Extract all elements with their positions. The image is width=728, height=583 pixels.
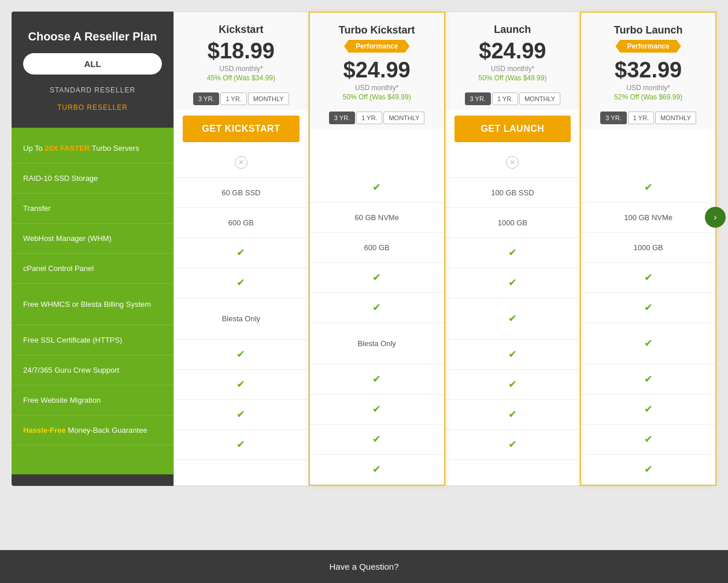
get-launch-button[interactable]: GET LAUNCH <box>454 116 571 142</box>
plan-turbo-kickstart-features: ✔ 60 GB NVMe 600 GB ✔ ✔ Blesta Only <box>310 173 444 485</box>
turbo-launch-guarantee: ✔ <box>581 455 715 485</box>
turbo-kickstart-support: ✔ <box>310 395 444 425</box>
feature-ssl: Free SSL Certificate (HTTPS) <box>12 325 173 355</box>
kickstart-whm: ✔ <box>174 238 308 268</box>
kickstart-migration: ✔ <box>174 400 308 430</box>
feature-guarantee-suffix: Money-Back Guarantee <box>68 426 147 435</box>
feature-transfer: Transfer <box>12 194 173 224</box>
check-icon: ✔ <box>644 433 653 445</box>
billing-tab-1yr-launch[interactable]: 1 YR. <box>492 92 518 105</box>
turbo-launch-transfer: 1000 GB <box>581 233 715 263</box>
plan-kickstart-features: ✕ 60 GB SSD 600 GB ✔ ✔ Blesta Only <box>174 148 308 485</box>
kickstart-storage: 60 GB SSD <box>174 178 308 208</box>
launch-billing: ✔ <box>446 298 580 340</box>
plan-turbo-launch-billing-tabs: 3 YR. 1 YR. MONTHLY <box>581 107 715 129</box>
performance-badge-turbo-launch: Performance <box>615 40 681 53</box>
turbo-kickstart-storage: 60 GB NVMe <box>310 203 444 233</box>
billing-tab-3yr-kickstart[interactable]: 3 YR. <box>193 92 219 105</box>
turbo-launch-migration: ✔ <box>581 425 715 455</box>
plan-kickstart-discount: 45% Off (Was $34.99) <box>180 74 302 82</box>
plan-kickstart-billing-tabs: 3 YR. 1 YR. MONTHLY <box>174 88 308 110</box>
billing-tab-1yr-turbo-kickstart[interactable]: 1 YR. <box>356 112 382 124</box>
turbo-kickstart-cpanel: ✔ <box>310 293 444 323</box>
plan-turbo-launch-header: Turbo Launch Performance $32.99 USD mont… <box>581 13 715 107</box>
billing-tab-monthly-turbo-launch[interactable]: MONTHLY <box>655 112 696 124</box>
turbo-kickstart-billing: Blesta Only <box>310 323 444 365</box>
turbo-launch-turbo: ✔ <box>581 173 715 203</box>
check-icon: ✔ <box>372 271 381 284</box>
x-icon: ✕ <box>235 156 247 169</box>
feature-turbo-highlight: 20X FASTER <box>45 144 90 153</box>
plan-turbo-launch-features: ✔ 100 GB NVMe › 1000 GB ✔ ✔ ✔ <box>581 173 715 485</box>
pricing-table: Choose A Reseller Plan ALL STANDARD RESE… <box>12 12 716 486</box>
get-kickstart-button[interactable]: GET KICKSTART <box>183 116 300 142</box>
kickstart-transfer: 600 GB <box>174 208 308 238</box>
billing-tab-3yr-turbo-kickstart[interactable]: 3 YR. <box>329 112 355 124</box>
feature-whm: WebHost Manager (WHM) <box>12 224 173 254</box>
plan-turbo-kickstart-name: Turbo Kickstart <box>316 24 438 36</box>
kickstart-billing: Blesta Only <box>174 298 308 340</box>
plan-launch: Launch $24.99 USD monthly* 50% Off (Was … <box>445 12 581 486</box>
turbo-launch-cpanel: ✔ <box>581 293 715 323</box>
plan-launch-header: Launch $24.99 USD monthly* 50% Off (Was … <box>446 12 580 88</box>
billing-tab-1yr-turbo-launch[interactable]: 1 YR. <box>628 112 654 124</box>
footer-text: Have a Question? <box>329 562 398 571</box>
billing-tab-3yr-turbo-launch[interactable]: 3 YR. <box>600 112 626 124</box>
launch-whm: ✔ <box>446 238 580 268</box>
plan-kickstart-name: Kickstart <box>180 24 302 36</box>
sidebar: Choose A Reseller Plan ALL STANDARD RESE… <box>12 12 173 486</box>
filter-all-button[interactable]: ALL <box>23 53 162 75</box>
billing-tab-1yr-kickstart[interactable]: 1 YR. <box>220 92 246 105</box>
launch-storage: 100 GB SSD <box>446 178 580 208</box>
check-icon: ✔ <box>236 438 245 451</box>
launch-transfer: 1000 GB <box>446 208 580 238</box>
turbo-kickstart-guarantee: ✔ <box>310 455 444 485</box>
check-icon: ✔ <box>508 312 517 325</box>
next-arrow-button[interactable]: › <box>705 207 726 228</box>
check-icon: ✔ <box>508 348 517 361</box>
check-icon: ✔ <box>236 276 245 289</box>
filter-standard-link[interactable]: STANDARD RESELLER <box>23 81 162 99</box>
plan-kickstart-period: USD monthly* <box>180 65 302 73</box>
plan-turbo-launch-period: USD monthly* <box>587 84 709 92</box>
sidebar-title: Choose A Reseller Plan <box>23 29 162 44</box>
x-icon: ✕ <box>506 156 519 169</box>
filter-turbo-link[interactable]: TURBO RESELLER <box>23 99 162 116</box>
check-icon: ✔ <box>372 301 381 314</box>
launch-support: ✔ <box>446 370 580 400</box>
check-icon: ✔ <box>236 246 245 259</box>
feature-storage: RAID-10 SSD Storage <box>12 164 173 194</box>
feature-billing: Free WHMCS or Blesta Billing System <box>12 284 173 325</box>
check-icon: ✔ <box>372 403 381 415</box>
feature-turbo-prefix: Up To <box>23 144 45 153</box>
feature-turbo-suffix: Turbo Servers <box>90 144 139 153</box>
check-icon: ✔ <box>508 246 517 259</box>
check-icon: ✔ <box>372 433 381 445</box>
check-icon: ✔ <box>372 463 381 476</box>
check-icon: ✔ <box>508 276 517 289</box>
plan-turbo-launch-name: Turbo Launch <box>587 24 709 36</box>
billing-tab-3yr-launch[interactable]: 3 YR. <box>465 92 491 105</box>
check-icon: ✔ <box>236 348 245 361</box>
check-icon: ✔ <box>644 403 653 415</box>
check-icon: ✔ <box>372 373 381 385</box>
launch-turbo: ✕ <box>446 148 580 178</box>
plan-launch-discount: 50% Off (Was $49.99) <box>452 74 574 82</box>
check-icon: ✔ <box>236 408 245 421</box>
features-list: Up To 20X FASTER Turbo Servers RAID-10 S… <box>12 128 173 474</box>
billing-tab-monthly-launch[interactable]: MONTHLY <box>519 92 560 105</box>
plan-turbo-launch: Turbo Launch Performance $32.99 USD mont… <box>580 12 716 486</box>
turbo-kickstart-turbo: ✔ <box>310 173 444 203</box>
check-icon: ✔ <box>644 181 653 194</box>
plan-launch-period: USD monthly* <box>452 65 574 73</box>
launch-guarantee: ✔ <box>446 430 580 460</box>
turbo-launch-ssl: ✔ <box>581 365 715 395</box>
turbo-kickstart-migration: ✔ <box>310 425 444 455</box>
plan-turbo-launch-discount: 52% Off (Was $69.99) <box>587 93 709 101</box>
check-icon: ✔ <box>508 378 517 391</box>
billing-tab-monthly-kickstart[interactable]: MONTHLY <box>248 92 289 105</box>
kickstart-support: ✔ <box>174 370 308 400</box>
check-icon: ✔ <box>236 378 245 391</box>
billing-tab-monthly-turbo-kickstart[interactable]: MONTHLY <box>383 112 424 124</box>
footer: Have a Question? <box>0 550 728 583</box>
